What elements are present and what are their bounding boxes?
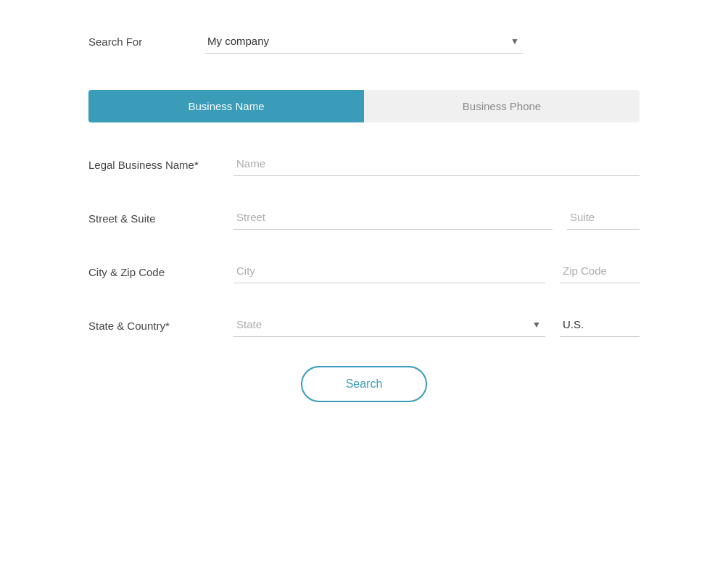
state-country-label: State & Country* [88,312,233,332]
state-country-row: State & Country* State Alabama Alaska Ar… [88,312,640,337]
state-country-fields: State Alabama Alaska Arizona California … [233,312,640,337]
search-for-label: Search For [88,36,204,48]
street-input[interactable] [233,205,553,230]
tabs-container: Business Name Business Phone [88,90,640,122]
legal-business-name-fields [233,151,640,176]
tab-business-phone[interactable]: Business Phone [364,90,640,122]
suite-input[interactable] [567,205,640,230]
legal-business-name-row: Legal Business Name* [88,151,640,176]
city-input[interactable] [233,259,545,283]
street-suite-row: Street & Suite [88,205,640,230]
street-suite-label: Street & Suite [88,205,233,225]
search-button-row: Search [88,366,640,402]
state-select-wrapper: State Alabama Alaska Arizona California … [233,312,545,337]
city-zip-label: City & Zip Code [88,259,233,278]
search-for-row: Search For My company Another company ▼ [88,29,640,54]
search-for-select-wrapper: My company Another company ▼ [204,29,524,54]
city-zip-fields [233,259,640,283]
tab-business-name[interactable]: Business Name [88,90,364,122]
search-for-select[interactable]: My company Another company [204,29,524,54]
state-select[interactable]: State Alabama Alaska Arizona California … [233,312,545,337]
legal-business-name-label: Legal Business Name* [88,151,233,171]
city-zip-row: City & Zip Code [88,259,640,283]
country-input[interactable] [560,312,640,337]
zip-input[interactable] [560,259,640,283]
legal-business-name-input[interactable] [233,151,640,176]
search-button[interactable]: Search [301,366,428,402]
street-suite-fields [233,205,640,230]
